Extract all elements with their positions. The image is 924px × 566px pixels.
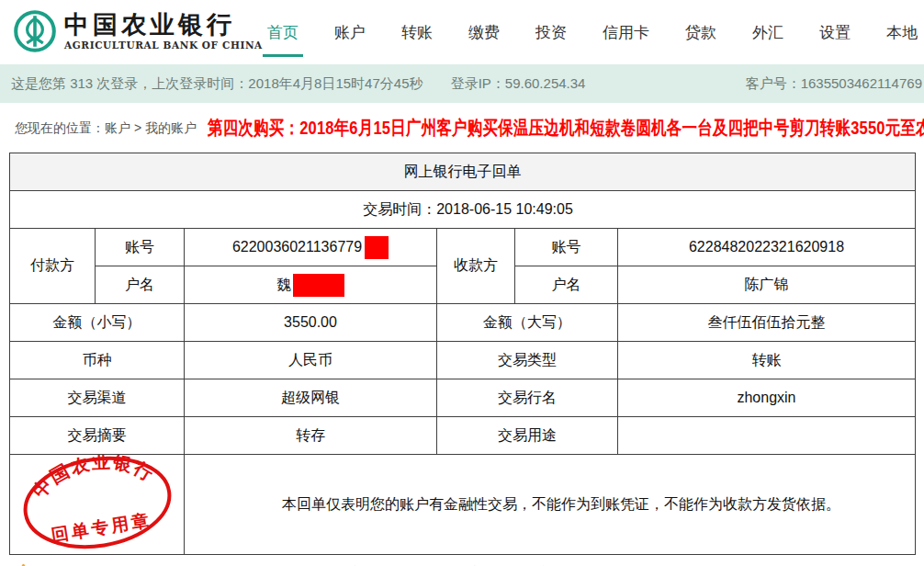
bank-name-cn: 中国农业银行: [64, 12, 263, 38]
payer-account-label: 账号: [96, 229, 185, 266]
payee-account-value: 6228482022321620918: [618, 229, 916, 266]
nav-settings[interactable]: 设置: [815, 0, 855, 54]
nav-bill-payment[interactable]: 缴费: [464, 0, 504, 54]
receipt-stamp-icon: 中国农业银行 回单专用章: [13, 455, 180, 555]
currency-value: 人民币: [185, 342, 437, 379]
amount-words-label: 金额（大写）: [437, 304, 618, 342]
summary-label: 交易摘要: [10, 417, 185, 455]
receipt-disclaimer: 本回单仅表明您的账户有金融性交易，不能作为到账凭证，不能作为收款方发货依据。: [185, 455, 916, 555]
payee-group-label: 收款方: [437, 229, 515, 304]
amount-numeric-value: 3550.00: [185, 304, 437, 342]
payer-name-value: 魏: [185, 266, 437, 304]
e-receipt-table: 网上银行电子回单 交易时间：2018-06-15 10:49:05 付款方 账号…: [9, 153, 916, 555]
customer-id-text: 客户号：1635503462114769: [746, 75, 922, 93]
nav-investment[interactable]: 投资: [531, 0, 571, 54]
breadcrumb-row: 您现在的位置：账户 > 我的账户 第四次购买：2018年6月15日广州客户购买保…: [7, 116, 924, 142]
login-info-bar: 这是您第 313 次登录，上次登录时间：2018年4月8日15时47分45秒 登…: [0, 64, 924, 103]
bank-name-label: 交易行名: [437, 379, 618, 417]
transaction-type-label: 交易类型: [437, 342, 618, 379]
stamp-text-bottom: 回单专用章: [50, 510, 152, 545]
amount-row: 金额（小写） 3550.00 金额（大写） 叁仟伍佰伍拾元整: [10, 304, 916, 342]
payer-group-label: 付款方: [10, 229, 96, 304]
bank-name-en: AGRICULTURAL BANK OF CHINA: [64, 40, 263, 51]
summary-row: 交易摘要 转存 交易用途: [10, 417, 916, 455]
receipt-title: 网上银行电子回单: [10, 153, 916, 191]
payee-name-label: 户名: [515, 266, 618, 304]
currency-row: 币种 人民币 交易类型 转账: [10, 342, 916, 379]
payer-account-value: 6220036021136779: [185, 229, 437, 266]
nav-forex[interactable]: 外汇: [748, 0, 788, 54]
bank-name-value: zhongxin: [618, 379, 916, 417]
breadcrumb: 您现在的位置：账户 > 我的账户: [15, 120, 197, 137]
transaction-time-label: 交易时间：: [363, 201, 436, 217]
receipt-title-row: 网上银行电子回单: [10, 153, 916, 191]
svg-text:中国农业银行: 中国农业银行: [24, 455, 160, 504]
payer-name-label: 户名: [96, 266, 185, 304]
nav-home[interactable]: 首页: [263, 0, 303, 57]
payer-name-text: 魏: [276, 276, 291, 291]
bank-logo[interactable]: 中国农业银行 AGRICULTURAL BANK OF CHINA: [13, 9, 263, 53]
main-nav: 首页 账户 转账 缴费 投资 信用卡 贷款 外汇 设置 本地: [263, 0, 924, 64]
account-number-row: 付款方 账号 6220036021136779 收款方 账号 622848202…: [10, 229, 916, 266]
channel-value: 超级网银: [185, 379, 437, 417]
stamp-row: 中国农业银行 回单专用章 本回单仅表明您的账户有金融性交易，不能作为到账凭证，不…: [10, 455, 916, 555]
redaction-box-icon: [293, 274, 344, 297]
nav-transfer[interactable]: 转账: [397, 0, 437, 54]
purchase-annotation: 第四次购买：2018年6月15日广州客户购买保温压边机和短款卷圆机各一台及四把中…: [208, 116, 924, 142]
transaction-type-value: 转账: [618, 342, 916, 379]
abc-bank-emblem-icon: [13, 9, 57, 53]
transaction-time: 交易时间：2018-06-15 10:49:05: [10, 191, 916, 229]
nav-local[interactable]: 本地: [882, 0, 922, 54]
transaction-time-value: 2018-06-15 10:49:05: [436, 201, 573, 217]
channel-row: 交易渠道 超级网银 交易行名 zhongxin: [10, 379, 916, 417]
site-header: 中国农业银行 AGRICULTURAL BANK OF CHINA 首页 账户 …: [0, 0, 924, 64]
login-ip-text: 登录IP：59.60.254.34: [451, 75, 586, 91]
payer-account-number: 6220036021136779: [232, 238, 362, 254]
summary-value: 转存: [185, 417, 437, 455]
purpose-label: 交易用途: [437, 417, 618, 455]
amount-words-value: 叁仟伍佰伍拾元整: [618, 304, 916, 342]
purpose-value: [618, 417, 916, 455]
nav-credit-card[interactable]: 信用卡: [598, 0, 654, 54]
stamp-cell: 中国农业银行 回单专用章: [10, 455, 185, 555]
nav-accounts[interactable]: 账户: [330, 0, 370, 54]
payee-account-label: 账号: [515, 229, 618, 266]
abc-online-banking-page: 中国农业银行 AGRICULTURAL BANK OF CHINA 首页 账户 …: [0, 0, 924, 566]
login-count-text: 这是您第 313 次登录，上次登录时间：2018年4月8日15时47分45秒: [11, 75, 423, 91]
redaction-box-icon: [365, 236, 389, 259]
payee-name-value: 陈广锦: [618, 266, 916, 304]
stamp-text-top: 中国农业银行: [24, 455, 160, 504]
login-session-info: 这是您第 313 次登录，上次登录时间：2018年4月8日15时47分45秒 登…: [11, 75, 585, 93]
bank-logotype: 中国农业银行 AGRICULTURAL BANK OF CHINA: [64, 12, 263, 51]
nav-loans[interactable]: 贷款: [681, 0, 721, 54]
currency-label: 币种: [10, 342, 185, 379]
amount-numeric-label: 金额（小写）: [10, 304, 185, 342]
channel-label: 交易渠道: [10, 379, 185, 417]
transaction-time-row: 交易时间：2018-06-15 10:49:05: [10, 191, 916, 229]
